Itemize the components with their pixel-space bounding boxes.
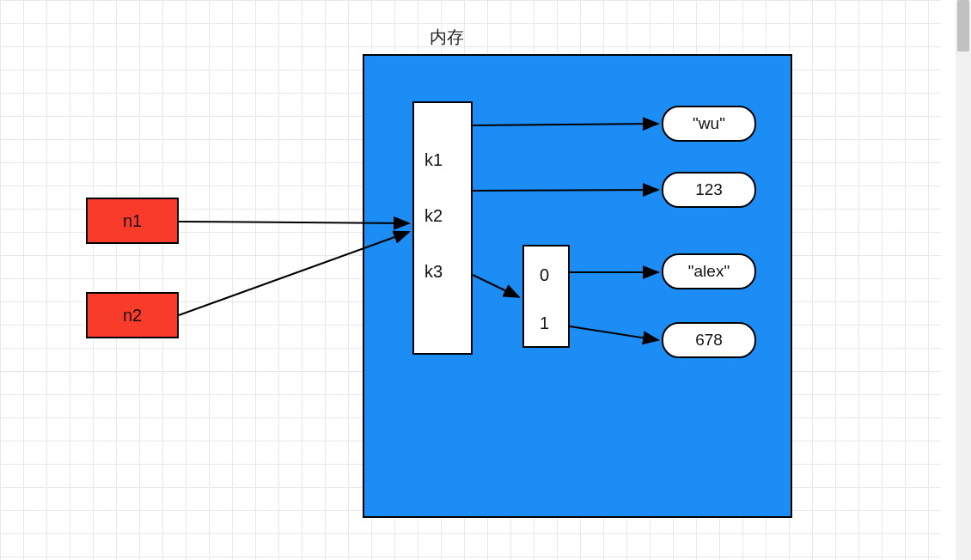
value-678-label: 678 <box>695 331 723 350</box>
value-678[interactable]: 678 <box>662 322 756 358</box>
value-alex[interactable]: "alex" <box>662 253 756 289</box>
variable-n1[interactable]: n1 <box>86 198 179 244</box>
value-123[interactable]: 123 <box>662 172 756 208</box>
list-index-block[interactable]: 0 1 <box>522 245 570 348</box>
variable-n2-label: n2 <box>123 306 142 326</box>
value-wu[interactable]: "wu" <box>662 106 756 142</box>
index-0: 0 <box>540 265 549 285</box>
variable-n2[interactable]: n2 <box>86 292 179 338</box>
index-1: 1 <box>540 313 549 333</box>
variable-n1-label: n1 <box>123 211 142 231</box>
memory-title: 内存 <box>430 26 464 49</box>
dict-keys-block[interactable]: k1 k2 k3 <box>412 101 473 355</box>
value-wu-label: "wu" <box>693 114 725 133</box>
value-123-label: 123 <box>695 180 723 199</box>
vertical-scrollbar-track[interactable] <box>956 0 971 560</box>
value-alex-label: "alex" <box>688 262 730 281</box>
vertical-scrollbar-thumb[interactable] <box>957 0 969 52</box>
key-k1: k1 <box>424 150 443 170</box>
key-k3: k3 <box>424 262 443 282</box>
key-k2: k2 <box>424 206 443 226</box>
